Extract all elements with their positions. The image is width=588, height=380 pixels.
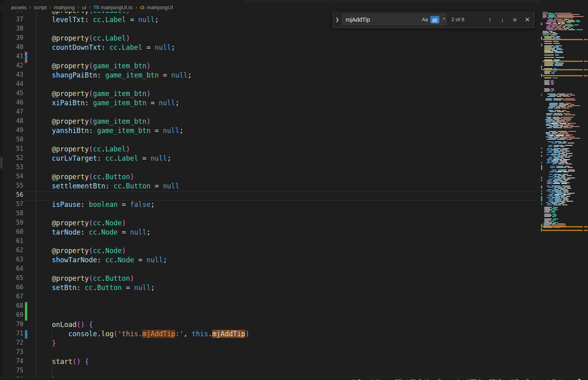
line-number[interactable]: 42 (3, 62, 23, 71)
code-line[interactable]: 63 showTarNode: cc.Node = null; (3, 256, 536, 265)
code-line[interactable]: 74 start() { (3, 358, 536, 367)
line-number[interactable]: 41 (3, 53, 23, 62)
code-line[interactable]: 70 onLoad() { (3, 321, 536, 330)
line-number[interactable]: 47 (3, 108, 23, 117)
code-line[interactable]: 51 @property(cc.Label) (3, 145, 536, 154)
code-line[interactable]: 41 (3, 53, 536, 62)
line-number[interactable]: 75 (3, 367, 23, 376)
line-number[interactable]: 63 (3, 256, 23, 265)
toggle-replace-chevron-icon[interactable]: ❯ (334, 12, 340, 27)
code-line[interactable]: 62 @property(cc.Node) (3, 247, 536, 256)
code-line[interactable]: 75 (3, 367, 536, 376)
code-line[interactable]: 58 (3, 210, 536, 219)
status-item-eol[interactable]: CRLF (489, 378, 501, 380)
line-number[interactable]: 64 (3, 265, 23, 274)
code-line[interactable]: 61 (3, 237, 536, 247)
code-line[interactable]: 54 @property(cc.Button) (3, 173, 536, 182)
line-number[interactable]: 71 (3, 330, 23, 339)
line-number[interactable]: 65 (3, 274, 23, 284)
find-in-selection-button[interactable]: ≡ (510, 15, 519, 24)
code-line[interactable]: 50 (3, 136, 536, 145)
code-line[interactable]: 44 (3, 80, 536, 90)
find-input[interactable] (342, 16, 420, 23)
line-number[interactable]: 49 (3, 127, 23, 136)
breadcrumb-item-mahjongui-ts[interactable]: TSmahjongUI.ts (94, 4, 133, 10)
code-line[interactable]: 56 (3, 191, 536, 200)
status-item-encoding[interactable]: UTF-8 (467, 378, 481, 380)
line-number[interactable]: 48 (3, 117, 23, 127)
code-line[interactable]: 48 @property(game_item_btn) (3, 117, 536, 127)
line-number[interactable]: 62 (3, 247, 23, 256)
match-case-toggle[interactable]: Aa (422, 17, 428, 22)
status-item-indentation[interactable]: Spaces: 4 (438, 378, 459, 380)
breadcrumb-item-mahjongui[interactable]: mahjongUI (140, 4, 173, 10)
line-number[interactable]: 37 (3, 16, 23, 25)
line-number[interactable]: 57 (3, 200, 23, 210)
status-item-compile-hero[interactable]: ⟳ Compile Hero (352, 378, 387, 380)
code-line[interactable]: 73 (3, 348, 536, 358)
code-line[interactable]: 71 console.log('this.mjAddTip:', this.mj… (3, 330, 536, 339)
regex-toggle[interactable]: .* (442, 17, 445, 22)
code-line[interactable]: 68 (3, 302, 536, 311)
line-number[interactable]: 45 (3, 90, 23, 99)
code-line[interactable]: 52 curLvTarget: cc.Label = null; (3, 154, 536, 163)
line-number[interactable]: 73 (3, 348, 23, 358)
line-number[interactable]: 67 (3, 293, 23, 302)
code-line[interactable]: 57 isPause: boolean = false; (3, 200, 536, 210)
active-tab-sliver[interactable] (0, 0, 243, 3)
line-number[interactable]: 46 (3, 99, 23, 108)
code-line[interactable]: 64 (3, 265, 536, 274)
line-number[interactable]: 56 (3, 191, 23, 200)
breadcrumb-item-assets[interactable]: assets (11, 4, 27, 10)
line-number[interactable]: 39 (3, 34, 23, 43)
status-item-go-live[interactable]: ◎ Go Live (546, 378, 568, 380)
code-line[interactable]: 66 setBtn: cc.Button = null; (3, 284, 536, 293)
line-number[interactable]: 50 (3, 136, 23, 145)
code-line[interactable]: 42 @property(game_item_btn) (3, 62, 536, 71)
whole-word-toggle[interactable]: ab (430, 16, 439, 23)
line-number[interactable]: 44 (3, 80, 23, 90)
status-item-cursor-position[interactable]: Offset: 56, Col 1 (395, 378, 430, 380)
line-number[interactable]: 43 (3, 71, 23, 80)
line-number[interactable]: 68 (3, 302, 23, 311)
line-number[interactable]: 61 (3, 237, 23, 247)
code-line[interactable]: 43 shangPaiBtn: game_item_btn = null; (3, 71, 536, 80)
code-line[interactable]: 45 @property(game_item_btn) (3, 90, 536, 99)
breadcrumb-item-script[interactable]: script (34, 4, 47, 10)
breadcrumb-item-ui[interactable]: ui (82, 4, 86, 10)
code-line[interactable]: 69 (3, 311, 536, 321)
code-line[interactable]: 60 tarNode: cc.Node = null; (3, 228, 536, 237)
code-line[interactable]: 59 @property(cc.Node) (3, 219, 536, 228)
line-number[interactable]: 74 (3, 358, 23, 367)
line-number[interactable]: 55 (3, 182, 23, 191)
find-close-button[interactable]: ✕ (523, 15, 532, 24)
minimap[interactable] (541, 0, 584, 380)
line-number[interactable]: 53 (3, 163, 23, 173)
code-line[interactable]: 49 yanshiBtn: game_item_btn = null; (3, 127, 536, 136)
find-previous-button[interactable]: ↑ (486, 15, 494, 24)
line-number[interactable]: 60 (3, 228, 23, 237)
line-number[interactable]: 58 (3, 210, 23, 219)
line-number[interactable]: 72 (3, 339, 23, 348)
find-next-button[interactable]: ↓ (498, 15, 507, 24)
line-number[interactable]: 52 (3, 154, 23, 163)
code-line[interactable]: 47 (3, 108, 536, 117)
line-number[interactable]: 69 (3, 311, 23, 321)
code-line[interactable]: 72 } (3, 339, 536, 348)
line-number[interactable]: 38 (3, 25, 23, 34)
code-line[interactable]: 53 (3, 163, 536, 173)
editor-pane[interactable]: 36 @property(cc.Label)37 levelTxt: cc.La… (3, 0, 541, 377)
code-line[interactable]: 39 @property(cc.Label) (3, 34, 536, 43)
code-area[interactable]: 36 @property(cc.Label)37 levelTxt: cc.La… (3, 0, 541, 377)
line-number[interactable]: 51 (3, 145, 23, 154)
code-line[interactable]: 65 @property(cc.Button) (3, 274, 536, 284)
line-number[interactable]: 66 (3, 284, 23, 293)
code-line[interactable]: 40 countDownTxt: cc.Label = null; (3, 43, 536, 53)
status-item-notifications[interactable]: 🔔 (576, 378, 582, 380)
code-line[interactable]: 67 (3, 293, 536, 302)
left-scrollbar-handle[interactable] (0, 157, 2, 169)
line-number[interactable]: 59 (3, 219, 23, 228)
code-line[interactable]: 55 settlementBtn: cc.Button = null (3, 182, 536, 191)
line-number[interactable]: 54 (3, 173, 23, 182)
line-number[interactable]: 70 (3, 321, 23, 330)
